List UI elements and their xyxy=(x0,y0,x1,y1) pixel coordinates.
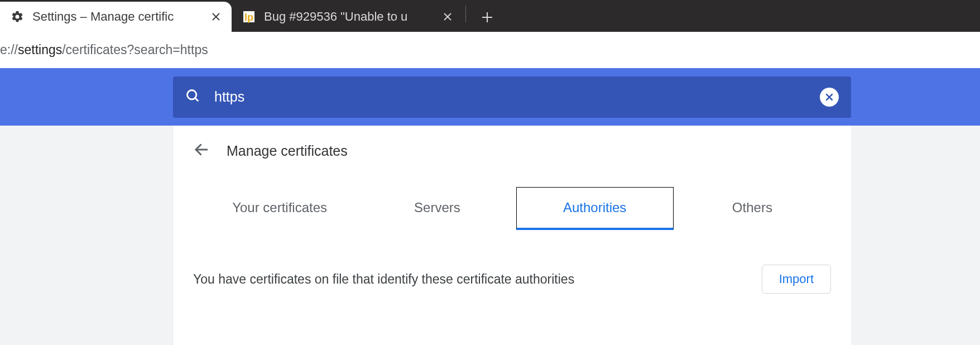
settings-header xyxy=(0,68,980,126)
certificate-tabs: Your certificates Servers Authorities Ot… xyxy=(173,176,851,230)
settings-search-input[interactable] xyxy=(214,89,806,105)
certificates-panel: Manage certificates Your certificates Se… xyxy=(173,126,851,345)
new-tab-button[interactable] xyxy=(476,6,498,28)
back-arrow-icon[interactable] xyxy=(193,141,210,160)
tab-servers[interactable]: Servers xyxy=(358,187,516,230)
certificate-description-row: You have certificates on file that ident… xyxy=(173,230,851,294)
import-button[interactable]: Import xyxy=(762,265,831,294)
clear-search-button[interactable] xyxy=(820,88,839,107)
content-area: Manage certificates Your certificates Se… xyxy=(0,126,980,345)
right-gutter xyxy=(851,126,980,345)
left-gutter xyxy=(0,126,173,345)
gear-icon xyxy=(10,9,25,24)
tab-others[interactable]: Others xyxy=(674,187,831,230)
tab-title: Settings – Manage certific xyxy=(32,9,203,24)
panel-title: Manage certificates xyxy=(227,143,348,159)
certificate-description: You have certificates on file that ident… xyxy=(193,272,574,287)
panel-header: Manage certificates xyxy=(173,126,851,176)
tab-close-icon[interactable] xyxy=(442,11,453,22)
settings-search-box xyxy=(173,76,851,118)
tab-authorities[interactable]: Authorities xyxy=(516,187,674,230)
svg-point-8 xyxy=(188,90,196,99)
browser-tab-active[interactable]: Settings – Manage certific xyxy=(0,2,232,32)
url-rest: /certificates?search=https xyxy=(62,42,208,58)
browser-tab-inactive[interactable]: lp Bug #929536 "Unable to u xyxy=(232,2,463,32)
tab-title: Bug #929536 "Unable to u xyxy=(264,9,434,24)
address-bar[interactable]: e://settings/certificates?search=https xyxy=(0,32,980,68)
svg-line-9 xyxy=(195,98,199,101)
search-icon xyxy=(185,88,201,106)
tab-close-icon[interactable] xyxy=(210,11,222,22)
tab-your-certificates[interactable]: Your certificates xyxy=(201,187,358,230)
launchpad-icon: lp xyxy=(242,9,256,24)
browser-tab-strip: Settings – Manage certific lp Bug #92953… xyxy=(0,0,980,32)
tab-separator xyxy=(465,6,466,22)
svg-text:lp: lp xyxy=(244,12,253,23)
url-host: settings xyxy=(18,42,62,58)
url-prefix: e:// xyxy=(0,42,18,58)
